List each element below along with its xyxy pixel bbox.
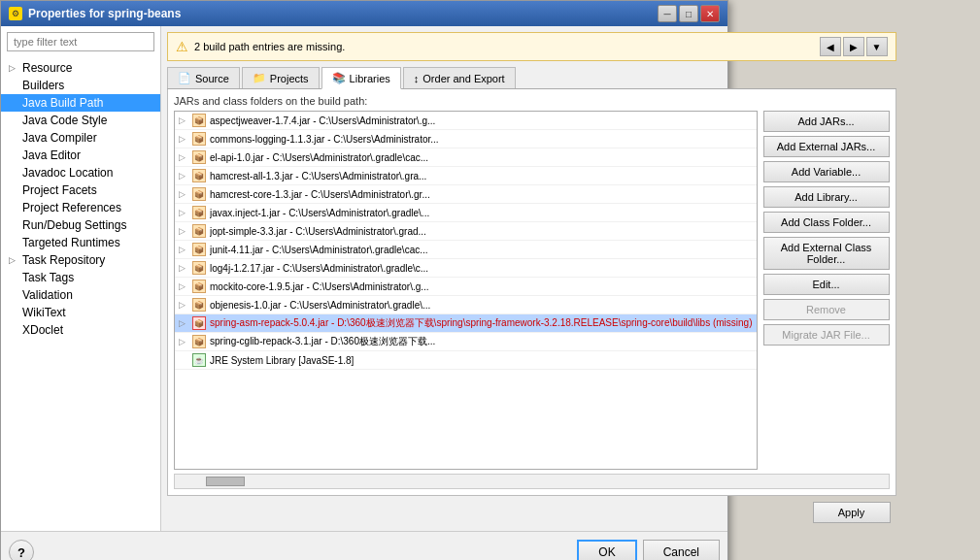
sidebar-item-xdoclet[interactable]: XDoclet xyxy=(1,321,160,339)
sidebar-item-resource[interactable]: ▷ Resource xyxy=(1,59,160,77)
sidebar-item-label: Java Editor xyxy=(22,148,81,162)
expand-arrow: ▷ xyxy=(179,226,188,236)
order-export-tab-label: Order and Export xyxy=(422,73,504,84)
left-panel: ▷ Resource Builders Java Build Path Java… xyxy=(1,26,161,531)
sidebar-item-label: Resource xyxy=(22,61,72,75)
window-icon: ⚙ xyxy=(9,7,22,20)
ok-button[interactable]: OK xyxy=(577,540,636,560)
list-item[interactable]: ☕JRE System Library [JavaSE-1.8] xyxy=(175,351,757,370)
dropdown-arrow-button[interactable]: ▼ xyxy=(866,37,888,56)
sidebar-item-task-repository[interactable]: ▷ Task Repository xyxy=(1,251,160,269)
jre-icon: ☕ xyxy=(192,353,206,367)
sidebar-item-label: Run/Debug Settings xyxy=(22,218,126,232)
expand-arrow: ▷ xyxy=(179,189,188,199)
sidebar-item-java-build-path[interactable]: Java Build Path xyxy=(1,94,160,112)
sidebar-item-targeted-runtimes[interactable]: Targeted Runtimes xyxy=(1,234,160,251)
next-arrow-button[interactable]: ▶ xyxy=(843,37,864,56)
sidebar-item-validation[interactable]: Validation xyxy=(1,286,160,304)
list-item[interactable]: ▷📦hamcrest-all-1.3.jar - C:\Users\Admini… xyxy=(175,167,757,185)
add-external-class-folder-button[interactable]: Add External Class Folder... xyxy=(763,237,890,270)
remove-button[interactable]: Remove xyxy=(763,299,890,320)
expand-arrow: ▷ xyxy=(179,318,188,328)
list-item[interactable]: ▷📦junit-4.11.jar - C:\Users\Administrato… xyxy=(175,241,757,259)
list-item[interactable]: ▷📦mockito-core-1.9.5.jar - C:\Users\Admi… xyxy=(175,278,757,296)
list-item[interactable]: ▷📦objenesis-1.0.jar - C:\Users\Administr… xyxy=(175,296,757,314)
list-item[interactable]: ▷📦spring-asm-repack-5.0.4.jar - D:\360极速… xyxy=(175,314,757,333)
title-bar: ⚙ Properties for spring-beans ─ □ ✕ xyxy=(1,1,727,26)
jar-icon: 📦 xyxy=(192,243,206,256)
expand-arrow: ▷ xyxy=(179,337,188,346)
sidebar-item-label: Java Compiler xyxy=(22,131,97,145)
window-title: Properties for spring-beans xyxy=(28,7,181,20)
jar-label: hamcrest-all-1.3.jar - C:\Users\Administ… xyxy=(210,171,426,181)
jar-label: hamcrest-core-1.3.jar - C:\Users\Adminis… xyxy=(210,189,430,200)
help-button[interactable]: ? xyxy=(9,540,34,560)
jar-label: spring-asm-repack-5.0.4.jar - D:\360极速浏览… xyxy=(210,316,753,330)
sidebar-item-label: Targeted Runtimes xyxy=(22,236,120,249)
apply-row: Apply xyxy=(167,496,896,525)
add-library-button[interactable]: Add Library... xyxy=(763,186,890,208)
close-button[interactable]: ✕ xyxy=(700,5,720,22)
maximize-button[interactable]: □ xyxy=(679,5,698,22)
sidebar-item-task-tags[interactable]: Task Tags xyxy=(1,269,160,286)
sidebar-item-java-editor[interactable]: Java Editor xyxy=(1,147,160,164)
sidebar-item-java-compiler[interactable]: Java Compiler xyxy=(1,129,160,147)
sidebar-item-java-code-style[interactable]: Java Code Style xyxy=(1,112,160,129)
buttons-panel: Add JARs... Add External JARs... Add Var… xyxy=(763,111,890,470)
sidebar-item-project-facets[interactable]: Project Facets xyxy=(1,181,160,199)
sidebar-item-wikitext[interactable]: WikiText xyxy=(1,304,160,321)
list-item[interactable]: ▷📦spring-cglib-repack-3.1.jar - D:\360极速… xyxy=(175,333,757,351)
add-jars-button[interactable]: Add JARs... xyxy=(763,111,890,132)
sidebar-item-label: Task Repository xyxy=(22,253,105,267)
libraries-tab-icon: 📚 xyxy=(332,72,346,84)
title-bar-buttons: ─ □ ✕ xyxy=(658,5,720,22)
jar-icon: 📦 xyxy=(192,206,206,219)
nav-arrows: ◀ ▶ ▼ xyxy=(820,37,888,56)
warning-bar: ⚠ 2 build path entries are missing. ◀ ▶ … xyxy=(167,32,896,61)
edit-button[interactable]: Edit... xyxy=(763,274,890,295)
add-variable-button[interactable]: Add Variable... xyxy=(763,161,890,182)
sidebar-item-project-references[interactable]: Project References xyxy=(1,199,160,216)
content-area: JARs and class folders on the build path… xyxy=(167,89,896,496)
prev-arrow-button[interactable]: ◀ xyxy=(820,37,841,56)
jar-icon: 📦 xyxy=(192,261,206,275)
horizontal-scrollbar[interactable] xyxy=(174,474,890,489)
list-item[interactable]: ▷📦hamcrest-core-1.3.jar - C:\Users\Admin… xyxy=(175,185,757,204)
tab-libraries[interactable]: 📚 Libraries xyxy=(321,67,401,89)
minimize-button[interactable]: ─ xyxy=(658,5,677,22)
list-item[interactable]: ▷📦jopt-simple-3.3.jar - C:\Users\Adminis… xyxy=(175,222,757,241)
jar-icon: 📦 xyxy=(192,132,206,146)
add-external-jars-button[interactable]: Add External JARs... xyxy=(763,136,890,157)
jar-label: junit-4.11.jar - C:\Users\Administrator\… xyxy=(210,245,428,255)
list-item[interactable]: ▷📦log4j-1.2.17.jar - C:\Users\Administra… xyxy=(175,259,757,278)
cancel-button[interactable]: Cancel xyxy=(643,540,720,560)
sidebar-item-run-debug-settings[interactable]: Run/Debug Settings xyxy=(1,216,160,234)
jar-label: aspectjweaver-1.7.4.jar - C:\Users\Admin… xyxy=(210,115,435,126)
add-class-folder-button[interactable]: Add Class Folder... xyxy=(763,212,890,233)
list-item[interactable]: ▷📦aspectjweaver-1.7.4.jar - C:\Users\Adm… xyxy=(175,112,757,130)
jar-icon: 📦 xyxy=(192,280,206,293)
sidebar-item-label: Java Build Path xyxy=(22,96,103,110)
jar-label: el-api-1.0.jar - C:\Users\Administrator\… xyxy=(210,152,428,163)
list-item[interactable]: ▷📦el-api-1.0.jar - C:\Users\Administrato… xyxy=(175,148,757,167)
tab-source[interactable]: 📄 Source xyxy=(167,67,240,88)
expand-arrow: ▷ xyxy=(179,300,188,310)
tab-projects[interactable]: 📁 Projects xyxy=(242,67,320,88)
jar-label: JRE System Library [JavaSE-1.8] xyxy=(210,355,354,366)
sidebar-item-javadoc-location[interactable]: Javadoc Location xyxy=(1,164,160,181)
jar-label: jopt-simple-3.3.jar - C:\Users\Administr… xyxy=(210,226,426,237)
jar-list[interactable]: ▷📦aspectjweaver-1.7.4.jar - C:\Users\Adm… xyxy=(174,111,758,470)
jar-icon: 📦 xyxy=(192,187,206,201)
filter-input[interactable] xyxy=(7,32,154,51)
libraries-tab-label: Libraries xyxy=(350,73,390,84)
apply-button[interactable]: Apply xyxy=(813,502,891,523)
jar-label: commons-logging-1.1.3.jar - C:\Users\Adm… xyxy=(210,134,439,145)
sidebar-item-builders[interactable]: Builders xyxy=(1,77,160,94)
list-item[interactable]: ▷📦javax.inject-1.jar - C:\Users\Administ… xyxy=(175,204,757,222)
sidebar-item-label: Project Facets xyxy=(22,183,97,197)
tree-list: ▷ Resource Builders Java Build Path Java… xyxy=(1,57,160,531)
tab-order-export[interactable]: ↕ Order and Export xyxy=(403,67,516,88)
list-item[interactable]: ▷📦commons-logging-1.1.3.jar - C:\Users\A… xyxy=(175,130,757,148)
jar-icon: 📦 xyxy=(192,224,206,238)
migrate-jar-button[interactable]: Migrate JAR File... xyxy=(763,324,890,346)
